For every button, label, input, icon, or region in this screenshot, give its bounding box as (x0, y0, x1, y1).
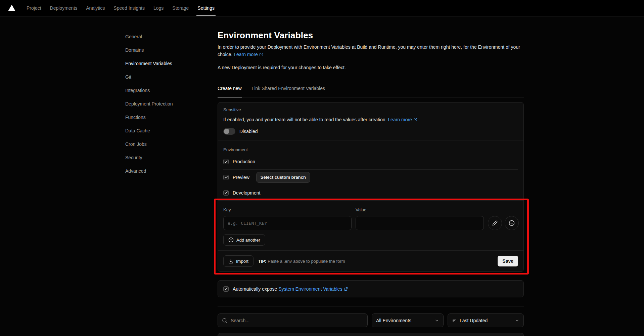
key-input[interactable] (223, 216, 352, 230)
nav-item-project[interactable]: Project (22, 0, 46, 16)
sensitive-description: If enabled, you and your team will not b… (223, 117, 518, 123)
redeploy-note: A new Deployment is required for your ch… (218, 64, 524, 71)
section-divider (218, 306, 524, 306)
sidebar-item-domains[interactable]: Domains (125, 47, 213, 53)
settings-sidebar: General Domains Environment Variables Gi… (125, 33, 213, 174)
key-value-section: Key Value (218, 201, 523, 251)
chevron-down-icon (515, 318, 519, 323)
external-link-icon (344, 287, 348, 291)
sensitive-toggle-row: Disabled (223, 128, 518, 135)
system-env-card: Automatically expose System Environment … (218, 280, 524, 297)
system-env-link[interactable]: System Environment Variables (278, 286, 348, 292)
import-tip: TIP: Paste a .env above to populate the … (258, 259, 345, 264)
sidebar-item-general[interactable]: General (125, 33, 213, 40)
development-label: Development (233, 190, 261, 196)
tab-link-shared[interactable]: Link Shared Environment Variables (252, 86, 325, 97)
sensitive-learn-more-link[interactable]: Learn more (388, 117, 417, 122)
sensitive-label: Sensitive (223, 107, 518, 113)
pencil-icon (492, 220, 498, 226)
key-value-fields: Key Value (223, 207, 518, 230)
check-icon (224, 160, 228, 164)
environment-section: Environment Production Preview Select cu… (218, 140, 523, 201)
sort-filter-select[interactable]: Last Updated (448, 313, 524, 327)
sidebar-item-deployment-protection[interactable]: Deployment Protection (125, 100, 213, 107)
add-another-button[interactable]: Add another (223, 234, 265, 246)
production-label: Production (233, 159, 255, 164)
value-input[interactable] (356, 216, 484, 230)
check-icon (224, 191, 228, 195)
save-button[interactable]: Save (498, 256, 518, 266)
key-field-group: Key (223, 207, 352, 230)
key-value-actions (488, 216, 519, 230)
nav-item-deployments[interactable]: Deployments (46, 0, 82, 16)
env-row-development: Development (223, 185, 518, 200)
plus-circle-icon (228, 237, 234, 243)
nav-item-logs[interactable]: Logs (149, 0, 168, 16)
sidebar-item-security[interactable]: Security (125, 154, 213, 161)
sensitive-toggle-state: Disabled (239, 129, 258, 134)
search-icon (222, 318, 227, 323)
main-content: Environment Variables In order to provid… (218, 16, 524, 336)
import-button[interactable]: Import (223, 255, 254, 267)
minus-circle-icon (509, 220, 515, 226)
remove-row-button[interactable] (505, 216, 519, 230)
external-link-icon (259, 52, 263, 56)
nav-item-storage[interactable]: Storage (168, 0, 193, 16)
sidebar-item-data-cache[interactable]: Data Cache (125, 127, 213, 134)
search-input[interactable] (230, 318, 363, 324)
edit-row-button[interactable] (488, 216, 502, 230)
settings-page: Project Deployments Analytics Speed Insi… (0, 0, 644, 336)
chevron-down-icon (434, 318, 439, 323)
environment-filter-select[interactable]: All Environments (372, 313, 444, 327)
form-footer: Import TIP: Paste a .env above to popula… (218, 251, 523, 271)
sidebar-item-integrations[interactable]: Integrations (125, 87, 213, 94)
env-var-tabs: Create new Link Shared Environment Varia… (218, 86, 524, 97)
sensitive-section: Sensitive If enabled, you and your team … (218, 102, 523, 140)
sort-lines-icon (452, 318, 457, 323)
value-field-group: Value (356, 207, 484, 230)
preview-checkbox[interactable] (223, 175, 229, 180)
intro-text: In order to provide your Deployment with… (218, 43, 524, 58)
production-checkbox[interactable] (223, 159, 229, 164)
development-checkbox[interactable] (223, 190, 229, 196)
env-var-table-header-partial (218, 333, 524, 336)
tab-create-new[interactable]: Create new (218, 86, 242, 97)
system-env-text: Automatically expose System Environment … (233, 286, 348, 292)
check-icon (224, 175, 228, 179)
env-row-preview: Preview Select custom branch (223, 169, 518, 185)
environment-label: Environment (223, 147, 518, 153)
sidebar-item-functions[interactable]: Functions (125, 114, 213, 121)
vercel-logo-icon[interactable] (8, 0, 15, 16)
system-env-checkbox[interactable] (223, 286, 229, 292)
learn-more-link[interactable]: Learn more (234, 52, 263, 57)
sidebar-item-cron-jobs[interactable]: Cron Jobs (125, 141, 213, 148)
env-row-production: Production (223, 154, 518, 169)
check-icon (224, 287, 228, 291)
toggle-knob (224, 129, 229, 134)
search-box (218, 313, 368, 327)
value-label: Value (356, 207, 484, 213)
nav-item-analytics[interactable]: Analytics (82, 0, 109, 16)
sensitive-toggle[interactable] (223, 128, 235, 135)
sidebar-item-environment-variables[interactable]: Environment Variables (125, 60, 213, 67)
download-icon (228, 259, 233, 264)
sidebar-item-advanced[interactable]: Advanced (125, 168, 213, 174)
preview-label: Preview (233, 175, 249, 180)
filter-row: All Environments Last Updated (218, 313, 524, 327)
external-link-icon (413, 118, 417, 122)
nav-item-speed-insights[interactable]: Speed Insights (109, 0, 149, 16)
select-custom-branch-button[interactable]: Select custom branch (256, 172, 310, 183)
key-label: Key (223, 207, 352, 213)
create-env-var-card: Sensitive If enabled, you and your team … (218, 102, 524, 272)
page-title: Environment Variables (218, 30, 524, 41)
sidebar-item-git[interactable]: Git (125, 74, 213, 80)
nav-item-settings[interactable]: Settings (193, 0, 219, 16)
top-navigation: Project Deployments Analytics Speed Insi… (0, 0, 644, 16)
